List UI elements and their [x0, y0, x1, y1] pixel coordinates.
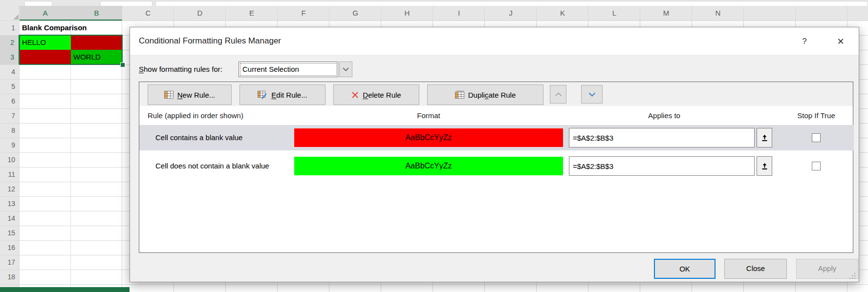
chevron-up-icon	[555, 92, 562, 97]
column-header-blank[interactable]	[744, 6, 796, 21]
excel-window: ABCDEFGHIJKLMN12345678910111213141516171…	[0, 0, 868, 292]
column-header-D[interactable]: D	[174, 6, 226, 21]
column-header-N[interactable]: N	[692, 6, 744, 21]
column-header-G[interactable]: G	[329, 6, 381, 21]
range-picker-button[interactable]	[757, 128, 772, 147]
grid-hline	[0, 21, 868, 21]
apply-button[interactable]: Apply	[796, 259, 858, 279]
close-button[interactable]: Close	[724, 259, 787, 279]
stop-if-true-checkbox[interactable]	[812, 133, 821, 142]
edit-rule-button[interactable]: Edit Rule...	[239, 84, 326, 105]
ok-button[interactable]: OK	[654, 259, 716, 279]
row-header-15[interactable]: 15	[0, 226, 20, 240]
row-header-3[interactable]: 3	[0, 50, 20, 64]
select-all-corner[interactable]	[13, 14, 19, 20]
row-header-2[interactable]: 2	[0, 35, 20, 50]
column-header-K[interactable]: K	[537, 6, 588, 21]
show-rules-combobox[interactable]: Current Selection	[239, 62, 338, 77]
show-rules-label: Show formatting rules for:	[139, 65, 222, 73]
collapse-dialog-arrow-icon	[761, 134, 768, 142]
row-header-9[interactable]: 9	[0, 138, 20, 152]
status-bar-sliver	[0, 287, 130, 292]
row-header-16[interactable]: 16	[0, 240, 20, 255]
help-button[interactable]: ?	[797, 34, 812, 49]
column-header-C[interactable]: C	[122, 6, 174, 21]
row-header-5[interactable]: 5	[0, 79, 20, 94]
conditional-formatting-dialog: Conditional Formatting Rules Manager ? ✕…	[130, 27, 859, 282]
row-header-18[interactable]: 18	[0, 270, 20, 284]
rules-panel: New Rule... Edit Rule... Delete Rule Dup…	[139, 82, 853, 253]
chevron-down-icon	[588, 92, 596, 97]
column-header-A[interactable]: A	[20, 6, 71, 21]
range-picker-button[interactable]	[757, 156, 772, 176]
rule-row-not-blank[interactable]: Cell does not contain a blank value AaBb…	[139, 153, 854, 179]
row-header-10[interactable]: 10	[0, 152, 20, 167]
new-rule-button[interactable]: New Rule...	[148, 84, 232, 105]
column-header-blank[interactable]	[796, 6, 847, 21]
column-header-H[interactable]: H	[381, 6, 433, 21]
duplicate-rule-label: Duplicate Rule	[468, 91, 516, 99]
rule-row-blank[interactable]: Cell contains a blank value AaBbCcYyZz	[139, 125, 854, 150]
column-header-format: Format	[294, 108, 563, 123]
resize-grip[interactable]	[849, 273, 856, 280]
new-rule-table-icon	[164, 91, 174, 99]
selection-border	[19, 35, 123, 65]
row-header-6[interactable]: 6	[0, 94, 20, 108]
column-header-applies-to: Applies to	[569, 108, 760, 123]
row-header-12[interactable]: 12	[0, 182, 20, 196]
edit-rule-label: Edit Rule...	[271, 91, 307, 99]
column-header-E[interactable]: E	[226, 6, 278, 21]
new-rule-label: New Rule...	[177, 91, 216, 99]
row-header-13[interactable]: 13	[0, 196, 20, 211]
row-header-8[interactable]: 8	[0, 123, 20, 138]
format-preview-swatch: AaBbCcYyZz	[294, 157, 563, 175]
applies-to-input[interactable]	[569, 128, 755, 147]
column-header-rule: Rule (applied in order shown)	[148, 108, 243, 123]
delete-rule-label: Delete Rule	[363, 91, 401, 99]
dialog-title: Conditional Formatting Rules Manager	[139, 27, 281, 55]
column-header-stop-if-true: Stop If True	[775, 108, 858, 123]
row-header-11[interactable]: 11	[0, 167, 20, 182]
cell-a1[interactable]: Blank Comparison	[20, 21, 122, 35]
column-header-F[interactable]: F	[278, 6, 329, 21]
edit-rule-pencil-icon	[258, 91, 267, 99]
combobox-dropdown-button[interactable]	[339, 62, 352, 77]
move-rule-down-button[interactable]	[581, 85, 603, 104]
formula-bar-sliver	[0, 0, 868, 6]
row-header-4[interactable]: 4	[0, 64, 20, 79]
column-header-B[interactable]: B	[71, 6, 122, 21]
collapse-dialog-arrow-icon	[761, 163, 768, 170]
applies-to-input[interactable]	[569, 156, 755, 176]
format-preview-swatch: AaBbCcYyZz	[294, 128, 563, 147]
column-header-I[interactable]: I	[433, 6, 485, 21]
column-header-M[interactable]: M	[640, 6, 692, 21]
rule-description: Cell contains a blank value	[155, 125, 242, 150]
rule-description: Cell does not contain a blank value	[155, 153, 269, 179]
delete-x-icon	[351, 91, 359, 99]
stop-if-true-checkbox[interactable]	[812, 162, 821, 170]
grid-hline	[0, 284, 868, 285]
row-header-7[interactable]: 7	[0, 108, 20, 123]
delete-rule-button[interactable]: Delete Rule	[333, 84, 419, 105]
column-header-blank[interactable]	[847, 6, 868, 21]
row-header-17[interactable]: 17	[0, 255, 20, 270]
close-window-button[interactable]: ✕	[833, 34, 848, 49]
column-header-J[interactable]: J	[485, 6, 537, 21]
chevron-down-icon	[343, 67, 349, 71]
duplicate-rule-table-icon	[455, 91, 464, 99]
duplicate-rule-button[interactable]: Duplicate Rule	[427, 84, 543, 105]
combobox-selected-value: Current Selection	[240, 63, 337, 76]
row-header-14[interactable]: 14	[0, 211, 20, 226]
row-header-1[interactable]: 1	[0, 21, 20, 35]
fill-handle[interactable]	[120, 63, 125, 67]
column-header-L[interactable]: L	[588, 6, 640, 21]
move-rule-up-button[interactable]	[550, 85, 566, 104]
